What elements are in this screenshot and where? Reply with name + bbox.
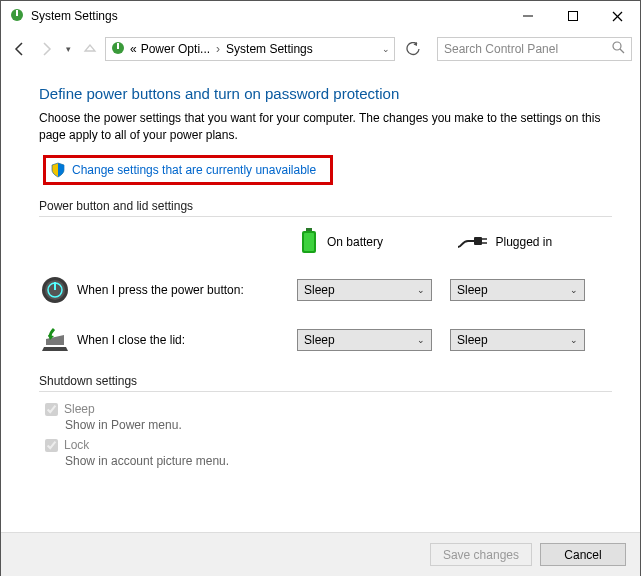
chevron-down-icon: ⌄: [570, 335, 578, 345]
on-battery-label: On battery: [327, 235, 383, 249]
power-button-plugged-dropdown[interactable]: Sleep ⌄: [450, 279, 585, 301]
sleep-checkbox-sub: Show in Power menu.: [65, 418, 612, 432]
dropdown-value: Sleep: [304, 283, 335, 297]
lock-checkbox-sub: Show in account picture menu.: [65, 454, 612, 468]
shield-icon: [50, 162, 66, 178]
close-lid-label: When I close the lid:: [77, 333, 297, 347]
svg-rect-19: [54, 282, 56, 290]
control-panel-icon: [110, 40, 126, 59]
sleep-checkbox: [45, 403, 58, 416]
maximize-button[interactable]: [550, 1, 595, 31]
page-title: Define power buttons and turn on passwor…: [39, 85, 612, 102]
breadcrumb-sep-icon: ›: [216, 42, 220, 56]
svg-rect-1: [16, 10, 18, 16]
plugged-in-label: Plugged in: [496, 235, 553, 249]
lock-checkbox: [45, 439, 58, 452]
address-dropdown-icon[interactable]: ⌄: [382, 44, 390, 54]
power-button-section-title: Power button and lid settings: [39, 199, 612, 213]
dropdown-value: Sleep: [304, 333, 335, 347]
window-title: System Settings: [31, 9, 118, 23]
window-controls: [505, 1, 640, 31]
forward-button[interactable]: [35, 38, 57, 60]
power-button-label: When I press the power button:: [77, 283, 297, 297]
search-placeholder: Search Control Panel: [444, 42, 558, 56]
lock-checkbox-row: Lock: [45, 438, 612, 452]
divider: [39, 216, 612, 217]
laptop-lid-icon: [39, 324, 71, 356]
dropdown-value: Sleep: [457, 283, 488, 297]
change-settings-link[interactable]: Change settings that are currently unava…: [72, 163, 316, 177]
breadcrumb-segment[interactable]: Power Opti...: [141, 42, 210, 56]
lock-checkbox-label: Lock: [64, 438, 89, 452]
svg-rect-10: [306, 228, 312, 231]
divider: [39, 391, 612, 392]
svg-rect-3: [568, 12, 577, 21]
navigation-bar: ▾ « Power Opti... › System Settings ⌄ Se…: [1, 31, 640, 67]
close-lid-plugged-dropdown[interactable]: Sleep ⌄: [450, 329, 585, 351]
address-bar[interactable]: « Power Opti... › System Settings ⌄: [105, 37, 395, 61]
breadcrumb-prefix: «: [130, 42, 137, 56]
search-icon: [612, 41, 625, 57]
chevron-down-icon: ⌄: [417, 335, 425, 345]
dropdown-value: Sleep: [457, 333, 488, 347]
search-input[interactable]: Search Control Panel: [437, 37, 632, 61]
shutdown-section-title: Shutdown settings: [39, 374, 612, 388]
chevron-down-icon: ⌄: [570, 285, 578, 295]
content-area: Define power buttons and turn on passwor…: [1, 67, 640, 468]
minimize-button[interactable]: [505, 1, 550, 31]
up-button[interactable]: [79, 38, 101, 60]
chevron-down-icon: ⌄: [417, 285, 425, 295]
svg-rect-13: [474, 237, 482, 245]
titlebar: System Settings: [1, 1, 640, 31]
back-button[interactable]: [9, 38, 31, 60]
svg-point-8: [613, 42, 621, 50]
save-button: Save changes: [430, 543, 532, 566]
breadcrumb-segment[interactable]: System Settings: [226, 42, 313, 56]
power-button-row: When I press the power button: Sleep ⌄ S…: [39, 274, 612, 306]
svg-rect-12: [304, 233, 314, 251]
app-icon: [9, 7, 25, 26]
recent-dropdown[interactable]: ▾: [61, 38, 75, 60]
power-button-battery-dropdown[interactable]: Sleep ⌄: [297, 279, 432, 301]
sleep-checkbox-row: Sleep: [45, 402, 612, 416]
close-lid-row: When I close the lid: Sleep ⌄ Sleep ⌄: [39, 324, 612, 356]
refresh-button[interactable]: [399, 37, 427, 61]
svg-line-9: [620, 49, 624, 53]
column-headers: On battery Plugged in: [299, 227, 612, 258]
page-description: Choose the power settings that you want …: [39, 110, 612, 145]
battery-icon: [299, 227, 319, 258]
plug-icon: [456, 231, 488, 254]
close-lid-battery-dropdown[interactable]: Sleep ⌄: [297, 329, 432, 351]
cancel-button[interactable]: Cancel: [540, 543, 626, 566]
power-icon: [39, 274, 71, 306]
change-settings-highlight: Change settings that are currently unava…: [43, 155, 333, 185]
close-button[interactable]: [595, 1, 640, 31]
svg-rect-7: [117, 43, 119, 49]
sleep-checkbox-label: Sleep: [64, 402, 95, 416]
footer-bar: Save changes Cancel: [1, 532, 640, 576]
